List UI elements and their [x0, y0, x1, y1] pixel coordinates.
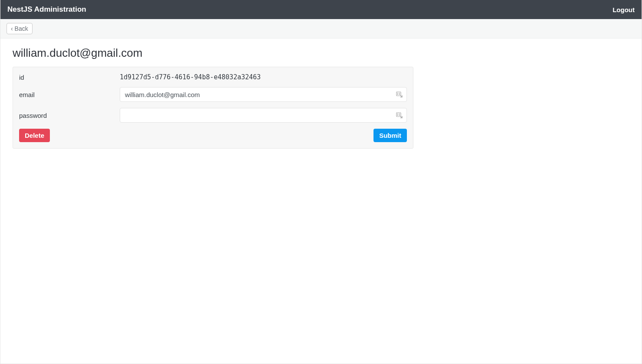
svg-rect-7 [399, 114, 400, 114]
row-email: email [19, 87, 407, 102]
password-input[interactable] [120, 108, 407, 123]
value-id: 1d9127d5-d776-4616-94b8-e48032a32463 [120, 73, 261, 81]
subbar: ‹ Back [0, 19, 642, 39]
svg-rect-8 [397, 115, 398, 116]
page-title: william.duclot@gmail.com [13, 46, 629, 60]
svg-rect-9 [399, 115, 400, 116]
autofill-icon[interactable] [396, 91, 403, 98]
back-button[interactable]: ‹ Back [7, 23, 33, 34]
svg-rect-2 [399, 93, 400, 94]
label-password: password [19, 112, 120, 119]
submit-button[interactable]: Submit [373, 129, 407, 142]
app-title: NestJS Administration [7, 5, 86, 14]
logout-link[interactable]: Logout [613, 6, 635, 13]
email-input[interactable] [120, 87, 407, 102]
autofill-icon[interactable] [396, 112, 403, 119]
svg-rect-1 [397, 93, 398, 94]
navbar: NestJS Administration Logout [0, 0, 642, 19]
delete-button[interactable]: Delete [19, 129, 50, 142]
form-panel: id 1d9127d5-d776-4616-94b8-e48032a32463 … [13, 67, 413, 149]
svg-rect-4 [399, 94, 400, 95]
svg-rect-0 [396, 92, 401, 96]
svg-rect-5 [396, 113, 401, 117]
label-email: email [19, 91, 120, 98]
svg-rect-3 [397, 94, 398, 95]
row-id: id 1d9127d5-d776-4616-94b8-e48032a32463 [19, 73, 407, 81]
content-area: william.duclot@gmail.com id 1d9127d5-d77… [0, 39, 642, 364]
actions-row: Delete Submit [19, 129, 407, 142]
row-password: password [19, 108, 407, 123]
label-id: id [19, 74, 120, 81]
svg-rect-6 [397, 114, 398, 114]
